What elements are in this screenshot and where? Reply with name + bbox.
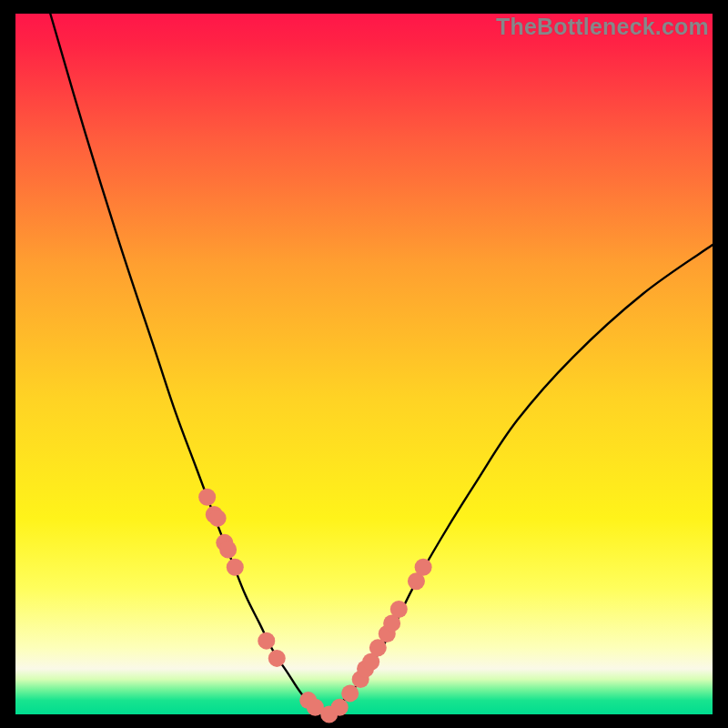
curves-layer bbox=[15, 14, 713, 714]
right-curve bbox=[329, 245, 713, 714]
data-points bbox=[198, 489, 431, 723]
data-point bbox=[268, 650, 286, 667]
chart-plot-area: TheBottleneck.com bbox=[15, 14, 713, 714]
data-point bbox=[227, 559, 244, 576]
data-point bbox=[415, 559, 432, 576]
data-point bbox=[209, 510, 227, 527]
left-curve bbox=[50, 14, 329, 714]
data-point bbox=[258, 632, 275, 650]
data-point bbox=[331, 699, 349, 716]
data-point bbox=[198, 489, 216, 506]
chart-stage: TheBottleneck.com bbox=[0, 0, 728, 728]
data-point bbox=[341, 684, 359, 702]
data-point bbox=[390, 601, 408, 618]
data-point bbox=[219, 541, 237, 559]
